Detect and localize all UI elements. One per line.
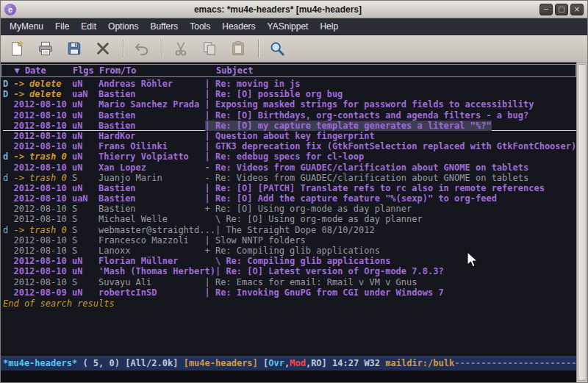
message-row[interactable]: D -> delete uN Andreas Röhler | Re: movi… bbox=[3, 79, 576, 89]
col-marker bbox=[4, 65, 14, 76]
message-row[interactable]: 2012-08-10 uN Xan Lopez - Re: Videos fro… bbox=[3, 162, 576, 173]
message-row[interactable]: 2012-08-10 uN Frans Oilinki | GTK3 depre… bbox=[3, 141, 576, 151]
modeline: *mu4e-headers* ( 5, 0) [All/2.0k] [mu4e-… bbox=[1, 357, 576, 371]
message-subject: | Re: edebug specs for cl-loop bbox=[205, 151, 365, 162]
close-buffer-button[interactable] bbox=[93, 39, 112, 59]
message-row[interactable]: 2012-08-10 S Suvayu Ali | Re: Emacs for … bbox=[3, 277, 576, 287]
maximize-button[interactable]: □ bbox=[555, 4, 568, 15]
menu-buffers[interactable]: Buffers bbox=[144, 19, 184, 34]
scrollbar-thumb[interactable] bbox=[578, 64, 587, 381]
message-date: 2012-08-10 bbox=[13, 246, 71, 256]
col-date-header[interactable]: ▼ Date bbox=[14, 65, 72, 76]
message-date: 2012-08-09 bbox=[13, 287, 71, 298]
message-flags: uN bbox=[72, 183, 98, 193]
message-flags: uN bbox=[72, 99, 98, 110]
message-date: 2012-08-10 bbox=[13, 193, 71, 204]
col-flags-header[interactable]: Flgs bbox=[73, 65, 99, 76]
open-file-icon bbox=[37, 40, 54, 57]
modeline-segment: *mu4e-headers* bbox=[3, 358, 77, 368]
col-from-header[interactable]: From/To bbox=[99, 65, 205, 76]
menu-mymenu[interactable]: MyMenu bbox=[4, 19, 49, 34]
toolbar bbox=[1, 35, 587, 62]
message-row[interactable]: d -> trash 0 S webmaster@straightd... | … bbox=[3, 225, 576, 235]
close-button[interactable]: × bbox=[570, 4, 584, 15]
titlebar[interactable]: e emacs: *mu4e-headers* [mu4e-headers] −… bbox=[1, 1, 587, 18]
message-from: webmaster@straightd... bbox=[98, 225, 215, 235]
mark-indicator bbox=[3, 246, 13, 256]
message-from: Bastien bbox=[98, 193, 204, 204]
minimize-button[interactable]: − bbox=[539, 4, 553, 15]
undo-button[interactable] bbox=[132, 39, 151, 59]
search-button[interactable] bbox=[267, 39, 287, 59]
message-date: 2012-08-10 bbox=[13, 235, 71, 246]
undo-icon bbox=[134, 40, 150, 57]
toolbar-separator bbox=[162, 39, 163, 58]
modeline-segment: [All/2.0k] bbox=[125, 358, 183, 368]
message-row[interactable]: 2012-08-10 uN Bastien | Re: [O] my captu… bbox=[3, 121, 576, 131]
message-date: 2012-08-10 bbox=[13, 183, 71, 193]
open-file-button[interactable] bbox=[35, 39, 55, 59]
col-subject-header[interactable]: Subject bbox=[206, 65, 254, 76]
menu-tools[interactable]: Tools bbox=[184, 19, 216, 34]
scrollbar[interactable] bbox=[576, 62, 587, 382]
message-date: 2012-08-10 bbox=[13, 141, 71, 151]
message-flags: S bbox=[72, 277, 98, 287]
message-flags: uN bbox=[72, 151, 98, 162]
message-row[interactable]: 2012-08-10 S Michael Welle \ Re: [O] Usi… bbox=[3, 214, 576, 224]
message-from: Bastien bbox=[98, 110, 204, 121]
menu-help[interactable]: Help bbox=[314, 19, 344, 34]
menu-headers[interactable]: Headers bbox=[216, 19, 261, 34]
message-subject: | Re: Emacs for email: Rmail v VM v Gnus bbox=[205, 277, 417, 287]
message-from: Thierry Volpiatto bbox=[98, 151, 204, 162]
message-row[interactable]: 2012-08-10 uN Bastien | Re: [O] Birthday… bbox=[3, 110, 576, 121]
message-row[interactable]: 2012-08-10 uN 'Mash (Thomas Herbert) | R… bbox=[3, 266, 576, 276]
message-subject: - Re: Videos from GUADEC/clarification a… bbox=[205, 173, 529, 183]
modeline-segment: ( 5, 0) bbox=[77, 358, 125, 368]
message-date: 2012-08-10 bbox=[13, 277, 71, 287]
message-row[interactable]: 2012-08-10 uaN Bastien | Re: [O] Add the… bbox=[3, 193, 576, 204]
message-row[interactable]: D -> delete uaN Bastien | Re: [O] possib… bbox=[3, 89, 576, 99]
message-row[interactable]: 2012-08-10 S Francesco Mazzoli | Slow NN… bbox=[3, 235, 576, 246]
message-from: HardKor bbox=[98, 131, 204, 141]
emacs-logo-icon: e bbox=[4, 4, 16, 15]
message-flags: uN bbox=[72, 110, 98, 121]
mark-indicator: D bbox=[3, 79, 13, 89]
message-row[interactable]: 2012-08-09 uN robertcInSD | Re: Invoking… bbox=[3, 287, 576, 298]
emacs-window: e emacs: *mu4e-headers* [mu4e-headers] −… bbox=[0, 0, 588, 383]
mark-indicator bbox=[3, 287, 13, 298]
message-row[interactable]: 2012-08-10 uN Bastien | Re: [O] [PATCH] … bbox=[3, 183, 576, 193]
modeline-segment: ----------------------------------------… bbox=[454, 358, 576, 368]
toolbar-separator bbox=[123, 39, 124, 58]
new-file-button[interactable] bbox=[7, 39, 26, 59]
save-button[interactable] bbox=[64, 39, 84, 59]
message-from: Juanjo Marin bbox=[98, 173, 204, 183]
message-row[interactable]: 2012-08-10 S Lanoxx + Re: Compiling glib… bbox=[3, 246, 576, 256]
mark-indicator bbox=[3, 131, 13, 141]
menu-yasnippet[interactable]: YASnippet bbox=[262, 19, 315, 34]
message-row[interactable]: 2012-08-10 uN Mario Sanchez Prada | Expo… bbox=[3, 99, 576, 110]
mouse-cursor-icon bbox=[467, 251, 479, 269]
menu-file[interactable]: File bbox=[49, 19, 75, 34]
message-row[interactable]: 2012-08-10 uN Florian Müllner \ Re: Comp… bbox=[3, 256, 576, 266]
message-row[interactable]: 2012-08-10 uN HardKor | Question about k… bbox=[3, 131, 576, 141]
mark-indicator bbox=[3, 193, 13, 204]
message-date: 2012-08-10 bbox=[13, 204, 71, 214]
message-subject: | Re: [O] my capture template generates … bbox=[205, 121, 492, 131]
mark-indicator bbox=[3, 99, 13, 110]
message-row[interactable]: d -> trash 0 S Juanjo Marin - Re: Videos… bbox=[3, 173, 576, 183]
message-date: 2012-08-10 bbox=[13, 131, 71, 141]
message-flags: uN bbox=[72, 141, 98, 151]
copy-button[interactable] bbox=[199, 39, 219, 59]
message-subject: | Re: [O] [PATCH] Translate refs to rc a… bbox=[205, 183, 545, 193]
mark-indicator bbox=[3, 235, 13, 246]
message-row[interactable]: d -> trash 0 uN Thierry Volpiatto | Re: … bbox=[3, 151, 576, 162]
message-row[interactable]: 2012-08-10 S Bastien + Re: [O] Using org… bbox=[3, 204, 576, 214]
mark-indicator: d bbox=[3, 225, 13, 235]
cut-button[interactable] bbox=[171, 39, 190, 59]
echo-area bbox=[1, 371, 576, 382]
message-from: Mario Sanchez Prada bbox=[98, 99, 204, 110]
paste-button[interactable] bbox=[228, 39, 248, 59]
menu-edit[interactable]: Edit bbox=[75, 19, 102, 34]
menu-options[interactable]: Options bbox=[102, 19, 144, 34]
modeline-segment: [mu4e-headers] bbox=[184, 358, 263, 368]
